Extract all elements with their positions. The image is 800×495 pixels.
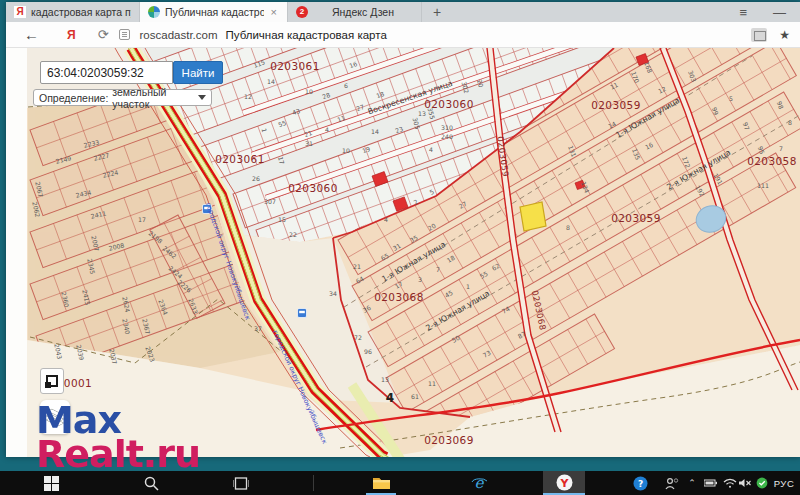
menu-icon[interactable]: ≡: [739, 5, 747, 20]
browser-window: Я кадастровая карта публич Публичная кад…: [6, 2, 800, 457]
battery-icon[interactable]: [701, 471, 719, 495]
yandex-search-icon[interactable]: Я: [67, 28, 76, 42]
parcel-label: 1: [466, 283, 470, 290]
parcel-label: 15: [278, 216, 286, 223]
parcel-label: 22: [289, 231, 297, 238]
tab-title: Публичная кадастровая: [165, 6, 264, 18]
chevron-down-icon: [198, 95, 206, 100]
yandex-favicon: Я: [14, 6, 26, 18]
quarter-label: 0203069: [424, 434, 474, 446]
parcel-label: 13: [381, 376, 389, 383]
taskbar: e Y ? ⌃ РУС: [0, 471, 800, 495]
start-button[interactable]: [38, 471, 64, 495]
parcel-label: 13: [418, 110, 426, 117]
quarter-label: 0203060: [288, 182, 338, 194]
parcel-label: 10: [305, 88, 313, 95]
help-circle-icon[interactable]: ?: [630, 471, 650, 495]
screenshot-icon[interactable]: [751, 28, 767, 42]
page-content: 1151412166102818274355114213111726131910…: [6, 48, 800, 457]
back-icon[interactable]: ←: [24, 26, 39, 43]
parcel-label: 31: [305, 140, 313, 147]
svg-text:Y: Y: [559, 476, 569, 489]
parcel-label: 12: [244, 93, 252, 100]
tab-kadastrovaya-karta[interactable]: Я кадастровая карта публич: [6, 2, 140, 22]
quarter-label: 0203061: [270, 60, 320, 72]
parcel-label: 26: [252, 175, 260, 182]
task-view-icon[interactable]: [228, 471, 254, 495]
find-button[interactable]: Найти: [173, 61, 223, 84]
quarter-label: 0203068: [374, 291, 424, 303]
quarter-label: 0203059: [611, 212, 661, 224]
search-input[interactable]: [40, 61, 173, 84]
minimize-icon[interactable]: —: [773, 5, 786, 20]
parcel-label: 240: [441, 133, 453, 140]
parcel-label: 21: [353, 263, 361, 270]
parcel-label: 34: [329, 290, 337, 297]
volume-muted-icon[interactable]: [737, 471, 753, 495]
parcel-label: 7: [779, 145, 783, 152]
roscadastr-favicon: [148, 6, 160, 18]
file-explorer-icon[interactable]: [366, 471, 396, 495]
quarter-label: 0203058: [747, 155, 797, 167]
tab-title: кадастровая карта публич: [31, 6, 131, 18]
search-taskbar-icon[interactable]: [138, 471, 164, 495]
cadastral-search: Найти: [40, 61, 223, 84]
language-indicator[interactable]: РУС: [772, 471, 796, 495]
dropdown-label: Определение:: [39, 92, 108, 104]
parcel-label: 96: [364, 348, 372, 355]
quarter-label: 0001: [64, 377, 92, 389]
parcel-label: 4: [325, 126, 329, 133]
parcel-label: 3: [418, 276, 422, 283]
tab-bar: Я кадастровая карта публич Публичная кад…: [6, 2, 800, 22]
bookmark-star-icon[interactable]: ★: [779, 28, 790, 42]
svg-text:?: ?: [637, 479, 642, 489]
highlighted-parcel[interactable]: [520, 202, 546, 231]
parcel-label: 10: [342, 147, 350, 154]
refresh-icon[interactable]: ⟳: [98, 27, 109, 42]
svg-text:e: e: [474, 475, 484, 492]
tab-yandex-dzen[interactable]: 2 Яндекс Дзен: [288, 2, 422, 22]
page-left-margin: [6, 48, 27, 457]
quarter-label: 0203060: [424, 98, 474, 110]
security-shield-icon[interactable]: [753, 471, 771, 495]
map-extent-button[interactable]: [40, 368, 64, 394]
tab-publichnaya-kadastrovaya[interactable]: Публичная кадастровая ×: [140, 2, 288, 22]
parcel-label: 72: [354, 334, 362, 341]
people-icon[interactable]: [662, 471, 682, 495]
yandex-browser-icon[interactable]: Y: [543, 471, 585, 495]
road-number-label: 4: [386, 391, 394, 405]
parcel-label: 6: [344, 82, 348, 89]
dropdown-value: земельный участок: [112, 86, 194, 110]
watermark-line2: Realt.ru: [36, 437, 200, 471]
parcel-label: 307: [264, 198, 276, 205]
parcel-label: 8: [566, 224, 570, 231]
parcel-label: 61: [411, 393, 419, 400]
close-tab-icon[interactable]: ×: [269, 6, 279, 18]
tray-expand-chevron-icon[interactable]: ⌃: [685, 471, 699, 495]
quarter-label: 0203061: [215, 153, 265, 165]
parcel-label: 310: [441, 124, 453, 131]
internet-explorer-icon[interactable]: e: [464, 471, 494, 495]
bus-stop-icon: [298, 309, 307, 318]
zen-badge-icon: 2: [296, 6, 308, 18]
parcel-label: 14: [267, 78, 275, 85]
parcel-label: 4: [429, 146, 433, 153]
parcel-label: 4: [384, 216, 388, 223]
quarter-label: 0203059: [591, 99, 641, 111]
parcel-label: 8: [788, 119, 792, 126]
parcel-label: 111: [757, 182, 769, 189]
parcel-label: 17: [138, 216, 146, 223]
tab-title: Яндекс Дзен: [313, 6, 413, 18]
address-bar[interactable]: ← Я ⟳ roscadastr.com Публичная кадастров…: [6, 22, 800, 48]
site-info-icon[interactable]: [119, 29, 130, 40]
maxrealt-watermark: Max Realt.ru: [36, 403, 200, 471]
new-tab-button[interactable]: +: [422, 2, 452, 22]
parcel-label: 5: [729, 95, 733, 102]
taskbar-separator: [313, 475, 314, 491]
desktop: Я кадастровая карта публич Публичная кад…: [0, 0, 800, 495]
page-title: Публичная кадастровая карта: [226, 29, 387, 41]
object-type-dropdown[interactable]: Определение: земельный участок: [33, 89, 212, 106]
parcel-label: 7: [436, 266, 440, 273]
parcel-label: 37: [254, 325, 262, 332]
parcel-label: 11: [428, 380, 436, 387]
